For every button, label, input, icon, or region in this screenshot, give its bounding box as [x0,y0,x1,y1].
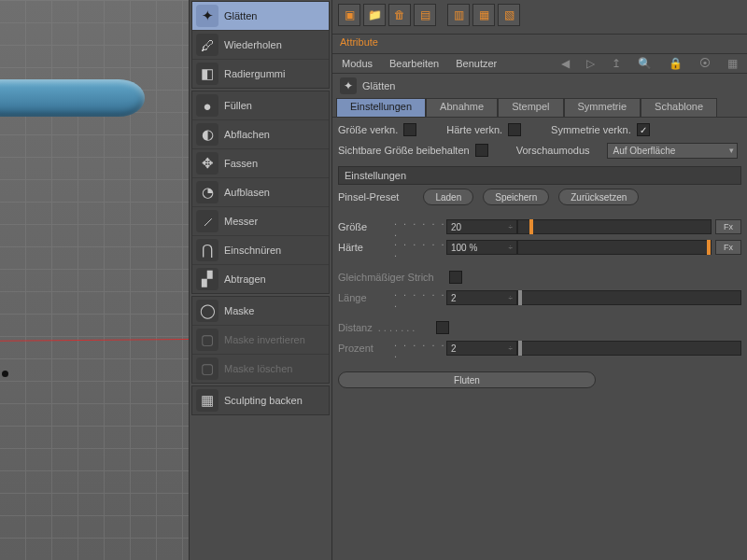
layer-new-button[interactable]: ▣ [338,4,360,26]
viewport-mesh-object[interactable] [0,79,145,117]
tool-group-bake: ▦Sculpting backen [191,385,330,415]
layer-x-button[interactable]: ▤ [414,4,436,26]
tab-stempel[interactable]: Stempel [498,98,563,117]
smooth-icon: ✦ [196,5,218,27]
tool-radiergummi[interactable]: ◧Radiergummi [192,60,329,88]
fx-haerte[interactable]: Fx [715,240,741,255]
layer-toolbar: ▣ 📁 🗑 ▤ ▥ ▦ ▧ [332,0,747,35]
label-laenge: Länge [338,292,394,303]
search-icon[interactable]: 🔍 [638,57,652,70]
checkbox-groesse-verkn[interactable] [403,123,416,136]
attribute-title-label: Glätten [362,80,395,91]
input-laenge[interactable]: 2÷ [446,290,517,305]
attribute-menu: Modus Bearbeiten Benutzer ◀ ▷ ↥ 🔍 🔒 ⦿ ▦ [332,54,747,74]
dots: . . . . . . . [394,216,446,238]
checkbox-sichtbare-groesse[interactable] [475,144,488,157]
label-prozent: Prozent [338,343,394,354]
checkbox-distanz[interactable] [436,321,449,334]
button-zuruecksetzen[interactable]: Zurücksetzen [558,189,639,205]
tool-group-mask: ◯Maske ▢Maske invertieren ▢Maske löschen [191,296,330,384]
trash-button[interactable]: 🗑 [388,4,411,26]
grab-icon: ✥ [196,152,218,175]
layer-vis1-button[interactable]: ▥ [447,4,470,26]
button-fluten[interactable]: Fluten [338,371,596,388]
sculpt-tool-panel: ✦Glätten 🖊Wiederholen ◧Radiergummi ●Füll… [189,0,332,560]
tool-fuellen[interactable]: ●Füllen [192,91,329,120]
folder-open-button[interactable]: 📁 [363,4,386,26]
label-haerte: Härte [338,242,394,253]
smooth-icon: ✦ [340,77,357,94]
tool-wiederholen[interactable]: 🖊Wiederholen [192,31,329,60]
menu-benutzer[interactable]: Benutzer [456,58,497,69]
input-haerte[interactable]: 100 %÷ [446,240,517,255]
label-groesse: Größe [338,221,394,232]
slider-groesse[interactable] [517,219,712,234]
flatten-icon: ◐ [196,123,218,146]
dots: . . . . . . . [378,322,430,333]
menu-icon[interactable]: ▦ [727,57,738,70]
tool-group-smooth: ✦Glätten 🖊Wiederholen ◧Radiergummi [191,1,330,89]
tool-fassen[interactable]: ✥Fassen [192,149,329,178]
slider-haerte[interactable] [517,240,712,255]
tool-maske[interactable]: ◯Maske [192,297,329,326]
fx-groesse[interactable]: Fx [715,219,741,234]
knife-icon: ⟋ [196,210,218,232]
nav-fwd-icon[interactable]: ▷ [586,57,595,70]
tool-aufblasen[interactable]: ◔Aufblasen [192,178,329,207]
tool-mask-loeschen: ▢Maske löschen [192,355,329,383]
button-speichern[interactable]: Speichern [483,189,549,205]
label-distanz: Distanz [338,322,373,333]
tool-sculpt-backen[interactable]: ▦Sculpting backen [192,386,329,414]
layer-move-button[interactable]: ▧ [498,4,520,26]
tool-mask-invert: ▢Maske invertieren [192,326,329,355]
label-vorschaumodus: Vorschaumodus [516,145,590,156]
attribute-title: ✦ Glätten [332,74,747,98]
checkbox-haerte-verkn[interactable] [508,123,521,136]
checkbox-symmetrie-verkn[interactable]: ✓ [637,123,650,136]
label-gleichmaessiger-strich: Gleichmäßiger Strich [338,272,434,283]
mask-invert-icon: ▢ [196,329,218,351]
pinch-icon: ⋂ [196,239,218,261]
tool-einschnueren[interactable]: ⋂Einschnüren [192,236,329,265]
layer-vis2-button[interactable]: ▦ [472,4,495,26]
tab-einstellungen[interactable]: Einstellungen [336,98,426,117]
label-haerte-verkn: Härte verkn. [446,124,502,135]
section-einstellungen: Einstellungen [338,166,741,185]
mask-delete-icon: ▢ [196,357,218,380]
attribute-panel: ▣ 📁 🗑 ▤ ▥ ▦ ▧ Attribute Modus Bearbeiten… [332,0,747,560]
input-groesse[interactable]: 20÷ [446,219,517,234]
attribute-sub-tabs: Einstellungen Abnahme Stempel Symmetrie … [332,98,747,117]
label-pinsel-preset: Pinsel-Preset [338,191,399,203]
menu-bearbeiten[interactable]: Bearbeiten [389,58,439,69]
dots: . . . . . . . [394,236,446,259]
tool-messer[interactable]: ⟋Messer [192,207,329,236]
lock-icon[interactable]: 🔒 [669,57,683,70]
tab-abnahme[interactable]: Abnahme [426,98,498,117]
input-prozent[interactable]: 2÷ [446,341,517,356]
slider-laenge[interactable] [517,290,741,305]
tool-abflachen[interactable]: ◐Abflachen [192,120,329,149]
checkbox-gleichmaessiger-strich[interactable] [449,271,462,284]
nav-up-icon[interactable]: ↥ [612,57,621,70]
viewport-3d[interactable] [0,0,189,560]
button-laden[interactable]: Laden [423,189,473,205]
menu-modus[interactable]: Modus [342,58,373,69]
bake-icon: ▦ [196,389,218,412]
scrape-icon: ▞ [196,268,218,290]
attribute-body: Größe verkn. Härte verkn. Symmetrie verk… [332,117,747,560]
tool-glaetten[interactable]: ✦Glätten [192,2,329,31]
nav-back-icon[interactable]: ◀ [561,57,570,70]
tool-abtragen[interactable]: ▞Abtragen [192,265,329,293]
pin-icon[interactable]: ⦿ [699,57,711,70]
mask-icon: ◯ [196,300,218,322]
dropdown-vorschaumodus[interactable]: Auf Oberfläche [607,143,738,159]
tab-symmetrie[interactable]: Symmetrie [564,98,641,117]
axis-origin-handle[interactable] [2,371,8,377]
fill-icon: ● [196,94,218,117]
tool-group-shape: ●Füllen ◐Abflachen ✥Fassen ◔Aufblasen ⟋M… [191,91,330,294]
tab-schablone[interactable]: Schablone [641,98,717,117]
attribute-tab[interactable]: Attribute [332,35,747,54]
slider-prozent[interactable] [517,341,741,356]
dots: . . . . . . . [394,337,446,359]
label-groesse-verkn: Größe verkn. [338,124,398,135]
